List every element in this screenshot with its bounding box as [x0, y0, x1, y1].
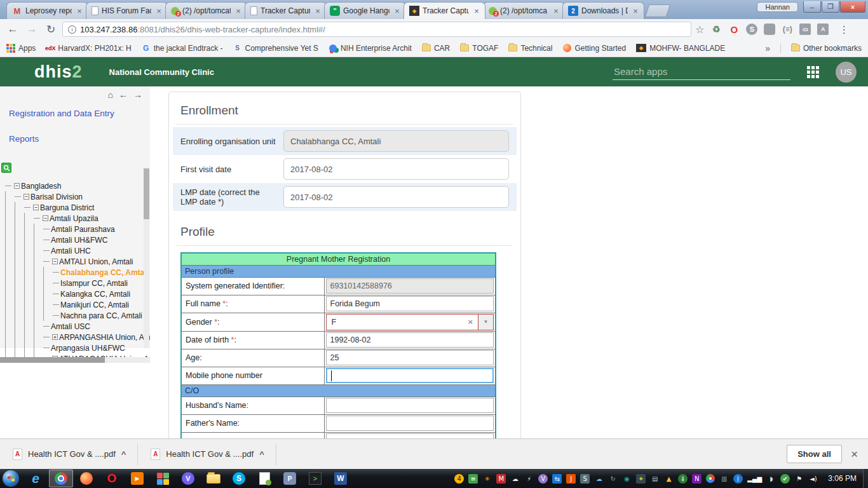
org-unit-search-icon[interactable]: [1, 163, 11, 173]
download-options-chevron-icon[interactable]: ^: [259, 449, 264, 459]
volume-tray-icon[interactable]: ◄): [808, 474, 818, 484]
onenote-tray-icon[interactable]: N: [692, 474, 702, 484]
skype-extension-icon[interactable]: S: [746, 24, 757, 35]
bookmark-item[interactable]: NIH Enterprise Archit: [329, 44, 412, 53]
browser-tab[interactable]: ”Google Hango×: [324, 2, 406, 19]
tab-close-icon[interactable]: ×: [313, 6, 322, 16]
badge-4-tray-icon[interactable]: 4: [454, 474, 464, 484]
collapse-toggle-icon[interactable]: −: [52, 259, 58, 264]
tree-item[interactable]: Amtali Paurashava: [3, 224, 150, 234]
tree-item[interactable]: Kalangka CC, Amtali: [3, 288, 150, 299]
teamviewer-tray-icon[interactable]: ⇆: [552, 474, 562, 484]
tab-close-icon[interactable]: ×: [393, 6, 402, 16]
expand-toggle-icon[interactable]: +: [52, 334, 58, 340]
field-input[interactable]: [283, 130, 509, 152]
firefox-taskbar-icon[interactable]: [74, 470, 98, 487]
field-input[interactable]: [326, 296, 494, 311]
gdrive-tray-icon[interactable]: ▲: [664, 474, 674, 484]
tree-horizontal-scrollbar[interactable]: [0, 357, 150, 363]
field-input[interactable]: [326, 433, 494, 438]
window-close-button[interactable]: ×: [840, 1, 865, 13]
field-input[interactable]: [326, 350, 494, 365]
tree-item[interactable]: −AMTALI Union, Amtali: [3, 256, 150, 267]
org-unit-label[interactable]: Manikjuri CC, Amtali: [60, 301, 129, 309]
viber-taskbar-icon[interactable]: V: [176, 470, 200, 487]
bookmark-item[interactable]: TOGAF: [460, 44, 498, 53]
chrome-taskbar-icon[interactable]: [49, 470, 73, 487]
org-unit-label[interactable]: Kalangka CC, Amtali: [60, 290, 130, 299]
browser-tab[interactable]: 2Downloads | D×: [562, 2, 644, 19]
chrome-profile-button[interactable]: Hannan: [757, 2, 798, 12]
browser-globe-tray-icon[interactable]: ◉: [622, 474, 632, 484]
bookmark-item[interactable]: SComprehensive Yet S: [233, 44, 318, 53]
potplayer-taskbar-icon[interactable]: ▶: [125, 470, 149, 487]
tree-item[interactable]: Arpangasia UH&FWC: [3, 342, 150, 353]
recycle-extension-icon[interactable]: ♻: [710, 24, 722, 35]
collapse-toggle-icon[interactable]: −: [43, 215, 48, 221]
tree-item[interactable]: Amtali UHC: [3, 245, 150, 256]
search-apps-field[interactable]: [613, 64, 790, 80]
browser-tab[interactable]: Tracker Captur×: [245, 2, 327, 19]
printer-tray-icon[interactable]: ▤: [650, 474, 660, 484]
power-plug-tray-icon[interactable]: ⚡: [524, 474, 534, 484]
bookmarks-overflow-icon[interactable]: »: [765, 43, 770, 53]
checkmark-shield-tray-icon[interactable]: ✔: [780, 474, 790, 484]
idm-tray-icon[interactable]: ⇓: [678, 474, 688, 484]
sidebar-link-reports[interactable]: Reports: [0, 134, 150, 144]
tab-close-icon[interactable]: ×: [631, 6, 640, 16]
back-arrow-icon[interactable]: ←: [119, 90, 128, 100]
browser-menu-icon[interactable]: ⋮: [835, 24, 853, 36]
cloud-tray-icon[interactable]: ☁: [594, 474, 604, 484]
refresh-button[interactable]: ↻: [43, 23, 58, 36]
org-unit-label[interactable]: Nachna para CC, Amtali: [60, 311, 142, 320]
apps-grid-icon[interactable]: [807, 66, 819, 78]
page-info-icon[interactable]: i: [68, 25, 76, 34]
address-bar[interactable]: i 103.247.238.86:8081/dhis26/dhis-web-tr…: [62, 22, 691, 37]
skype-taskbar-icon[interactable]: S: [227, 470, 251, 487]
org-unit-label[interactable]: Arpangasia UH&FWC: [51, 344, 125, 353]
pgadmin-taskbar-icon[interactable]: P: [278, 470, 302, 487]
bookmark-item[interactable]: Getting Started: [562, 44, 626, 53]
java-tray-icon[interactable]: J: [566, 474, 576, 484]
taskbar-clock[interactable]: 3:06 PM: [823, 474, 863, 483]
chrome-tray-icon[interactable]: [706, 474, 715, 483]
explorer-taskbar-icon[interactable]: [201, 470, 226, 487]
viber-tray-icon[interactable]: V: [538, 474, 548, 484]
window-maximize-button[interactable]: ❐: [822, 1, 839, 13]
org-unit-label[interactable]: Barisal Division: [31, 193, 83, 201]
gender-select[interactable]: F×▼: [326, 314, 494, 330]
search-apps-input[interactable]: [613, 64, 790, 80]
other-bookmarks-folder[interactable]: Other bookmarks: [791, 44, 862, 53]
download-item[interactable]: AHealth ICT Gov & ....pdf^: [138, 444, 276, 465]
scheduler-tray-icon[interactable]: S: [580, 474, 590, 484]
collapse-toggle-icon[interactable]: −: [14, 183, 20, 189]
tree-item[interactable]: −Bangladesh: [3, 180, 150, 191]
opera-extension-icon[interactable]: O: [728, 24, 740, 35]
org-unit-label[interactable]: Amtali UHC: [51, 247, 91, 255]
forward-arrow-icon[interactable]: →: [133, 90, 142, 100]
sync-tray-icon[interactable]: ↻: [608, 474, 618, 484]
select-value-area[interactable]: F×: [327, 315, 478, 330]
tree-item[interactable]: Manikjuri CC, Amtali: [3, 299, 150, 310]
scrollbar-thumb[interactable]: [0, 357, 105, 363]
word-taskbar-icon[interactable]: W: [329, 470, 353, 487]
browser-tab[interactable]: MLeprosey repor×: [6, 2, 88, 19]
browser-tab[interactable]: 2(2) /opt/tomcat×: [165, 2, 247, 19]
tree-item[interactable]: Chalabhanga CC, Amtali: [3, 267, 150, 278]
collapse-toggle-icon[interactable]: −: [24, 194, 29, 200]
display-tray-icon[interactable]: ▥: [719, 474, 729, 484]
onedrive-tray-icon[interactable]: ☁: [510, 474, 520, 484]
pdf-extension-icon[interactable]: A: [817, 24, 829, 35]
org-unit-label[interactable]: Chalabhanga CC, Amtali: [60, 268, 149, 277]
home-icon[interactable]: ⌂: [108, 90, 113, 100]
pocket-extension-icon[interactable]: [764, 24, 775, 35]
field-input[interactable]: [326, 368, 494, 383]
browser-tab[interactable]: HIS Forum Faci×: [86, 2, 168, 19]
org-unit-label[interactable]: ARPANGASHIA Union, Amt: [59, 333, 150, 342]
org-unit-label[interactable]: AMTALI Union, Amtali: [59, 257, 133, 266]
brackets-extension-icon[interactable]: (≡): [782, 24, 793, 35]
picasa-tray-icon[interactable]: ✳: [482, 474, 492, 484]
org-unit-label[interactable]: Amtali USC: [51, 322, 90, 331]
bluetooth-tray-icon[interactable]: ᛒ: [733, 474, 743, 484]
forward-button[interactable]: →: [24, 23, 39, 36]
